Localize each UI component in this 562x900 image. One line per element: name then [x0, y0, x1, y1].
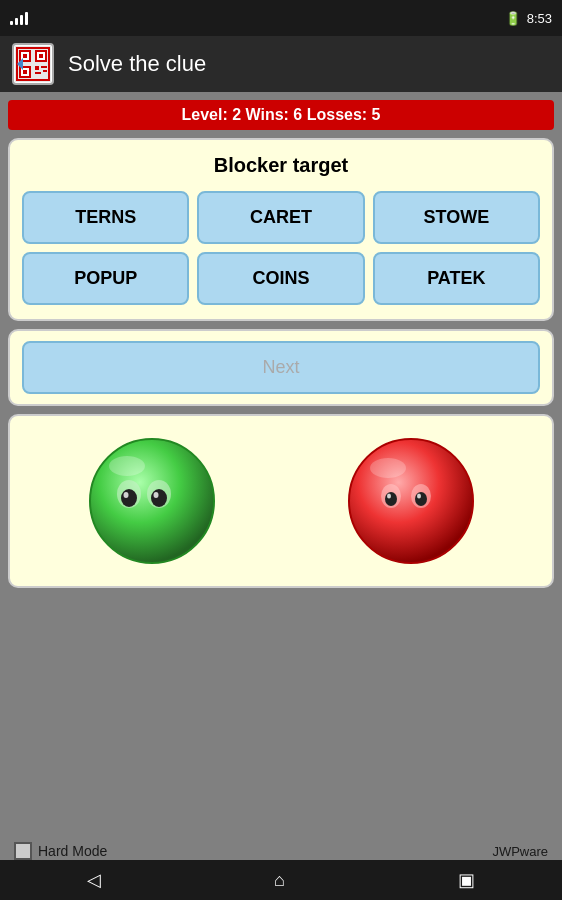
card-title: Blocker target	[22, 154, 540, 177]
svg-rect-7	[39, 54, 43, 58]
next-card: Next	[8, 329, 554, 406]
main-content: Level: 2 Wins: 6 Losses: 5 Blocker targe…	[0, 92, 562, 596]
svg-point-31	[370, 458, 406, 478]
recent-button[interactable]: ▣	[458, 869, 475, 891]
app-icon	[12, 43, 54, 85]
word-btn-coins[interactable]: COINS	[197, 252, 364, 305]
svg-point-19	[123, 492, 128, 498]
word-btn-terns[interactable]: TERNS	[22, 191, 189, 244]
word-btn-caret[interactable]: CARET	[197, 191, 364, 244]
svg-point-23	[109, 456, 145, 476]
status-bar: 🔋 8:53	[0, 0, 562, 36]
svg-point-29	[415, 492, 427, 506]
svg-rect-13	[35, 72, 41, 74]
battery-icon: 🔋	[505, 11, 521, 26]
svg-point-27	[387, 494, 391, 499]
next-button[interactable]: Next	[22, 341, 540, 394]
svg-rect-14	[43, 70, 47, 72]
back-button[interactable]: ◁	[87, 869, 101, 891]
level-bar: Level: 2 Wins: 6 Losses: 5	[8, 100, 554, 130]
svg-rect-11	[35, 66, 39, 70]
svg-rect-10	[23, 70, 27, 74]
svg-point-21	[151, 489, 167, 507]
hard-mode-checkbox[interactable]	[14, 842, 32, 860]
app-title: Solve the clue	[68, 51, 206, 77]
svg-point-18	[121, 489, 137, 507]
hard-mode-label: Hard Mode	[38, 843, 107, 859]
wifi-icon	[10, 11, 28, 25]
brand-label: JWPware	[492, 844, 548, 859]
svg-rect-4	[23, 54, 27, 58]
svg-point-22	[153, 492, 158, 498]
hard-mode-container: Hard Mode	[14, 842, 107, 860]
nav-bar: ◁ ⌂ ▣	[0, 860, 562, 900]
time-display: 8:53	[527, 11, 552, 26]
svg-point-24	[349, 439, 473, 563]
word-btn-stowe[interactable]: STOWE	[373, 191, 540, 244]
status-bar-left	[10, 11, 28, 25]
word-btn-popup[interactable]: POPUP	[22, 252, 189, 305]
status-bar-right: 🔋 8:53	[505, 11, 552, 26]
faces-card	[8, 414, 554, 588]
svg-rect-12	[41, 66, 47, 68]
bottom-area: Hard Mode JWPware	[0, 842, 562, 860]
green-face	[87, 436, 217, 566]
svg-point-26	[385, 492, 397, 506]
words-grid: TERNS CARET STOWE POPUP COINS PATEK	[22, 191, 540, 305]
red-face	[346, 436, 476, 566]
word-btn-patek[interactable]: PATEK	[373, 252, 540, 305]
app-bar: Solve the clue	[0, 36, 562, 92]
home-button[interactable]: ⌂	[274, 870, 285, 891]
blocker-card: Blocker target TERNS CARET STOWE POPUP C…	[8, 138, 554, 321]
svg-point-30	[417, 494, 421, 499]
